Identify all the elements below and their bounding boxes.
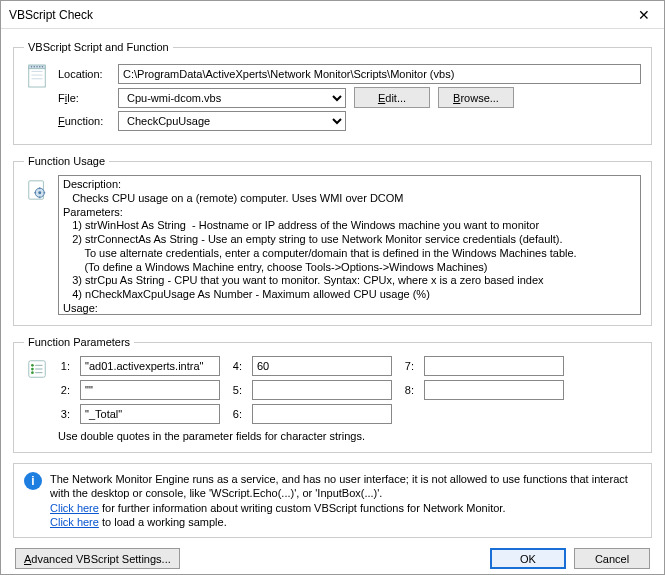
gear-doc-icon: [26, 177, 48, 203]
file-select[interactable]: Cpu-wmi-dcom.vbs: [118, 88, 346, 108]
param-label-4: 4:: [230, 360, 242, 372]
info-line-2: Click here for further information about…: [50, 501, 641, 515]
param-input-3[interactable]: [80, 404, 220, 424]
param-label-1: 1:: [58, 360, 70, 372]
window-title: VBScript Check: [9, 8, 93, 22]
function-label: Function:: [58, 115, 110, 127]
param-input-1[interactable]: [80, 356, 220, 376]
info-link-docs[interactable]: Click here: [50, 502, 99, 514]
location-field: [118, 64, 641, 84]
params-icon: [26, 356, 48, 382]
param-label-3: 3:: [58, 408, 70, 420]
group-function-usage: Function Usage Description: Checks CPU u…: [13, 155, 652, 326]
param-label-2: 2:: [58, 384, 70, 396]
info-box: i The Network Monitor Engine runs as a s…: [13, 463, 652, 538]
param-input-2[interactable]: [80, 380, 220, 400]
group-function-parameters: Function Parameters 1: 4:: [13, 336, 652, 453]
close-button[interactable]: ✕: [624, 1, 664, 29]
group-script-function-legend: VBScript Script and Function: [24, 41, 173, 53]
param-label-5: 5:: [230, 384, 242, 396]
param-label-8: 8:: [402, 384, 414, 396]
info-line-3: Click here to load a working sample.: [50, 515, 641, 529]
group-function-parameters-legend: Function Parameters: [24, 336, 134, 348]
svg-point-12: [38, 191, 41, 194]
file-label: File:: [58, 92, 110, 104]
cancel-button[interactable]: Cancel: [574, 548, 650, 569]
param-label-6: 6:: [230, 408, 242, 420]
param-input-6[interactable]: [252, 404, 392, 424]
close-icon: ✕: [638, 7, 650, 23]
info-text: The Network Monitor Engine runs as a ser…: [50, 472, 641, 529]
svg-point-7: [36, 66, 37, 67]
location-label: Location:: [58, 68, 110, 80]
function-select[interactable]: CheckCpuUsage: [118, 111, 346, 131]
usage-text[interactable]: Description: Checks CPU usage on a (remo…: [58, 175, 641, 315]
svg-point-9: [42, 66, 43, 67]
param-input-4[interactable]: [252, 356, 392, 376]
dialog-content: VBScript Script and Function: [1, 29, 664, 575]
param-input-5[interactable]: [252, 380, 392, 400]
info-line-1: The Network Monitor Engine runs as a ser…: [50, 472, 641, 501]
edit-button[interactable]: Edit...: [354, 87, 430, 108]
svg-point-8: [39, 66, 40, 67]
svg-point-5: [31, 66, 32, 67]
group-script-function: VBScript Script and Function: [13, 41, 652, 145]
info-link-sample[interactable]: Click here: [50, 516, 99, 528]
param-input-7[interactable]: [424, 356, 564, 376]
advanced-settings-button[interactable]: Advanced VBScript Settings...: [15, 548, 180, 569]
browse-button[interactable]: Browse...: [438, 87, 514, 108]
params-hint: Use double quotes in the parameter field…: [58, 430, 641, 442]
param-input-8[interactable]: [424, 380, 564, 400]
notepad-icon: [26, 63, 48, 89]
group-function-usage-legend: Function Usage: [24, 155, 109, 167]
svg-point-6: [34, 66, 35, 67]
ok-button[interactable]: OK: [490, 548, 566, 569]
info-icon: i: [24, 472, 42, 490]
title-bar: VBScript Check ✕: [1, 1, 664, 29]
svg-rect-0: [29, 67, 46, 87]
bottom-bar: Advanced VBScript Settings... OK Cancel: [13, 548, 652, 569]
param-label-7: 7:: [402, 360, 414, 372]
